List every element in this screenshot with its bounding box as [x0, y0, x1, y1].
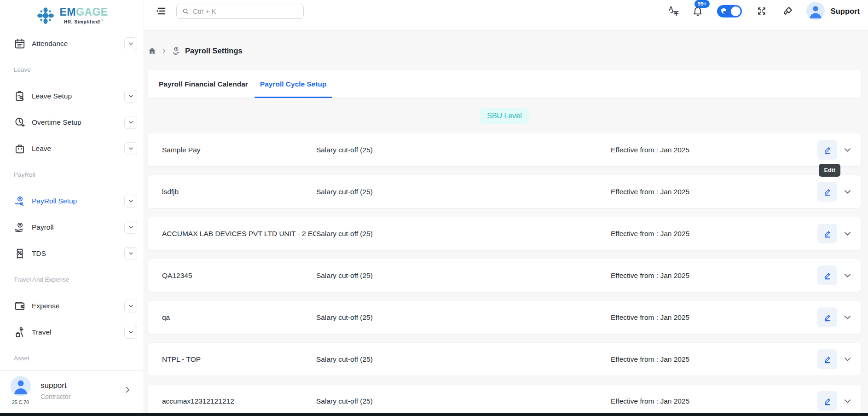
- search-input[interactable]: [193, 7, 285, 15]
- row-salary-cutoff: Salary cut-off (25): [316, 397, 611, 405]
- edit-button[interactable]: [817, 391, 837, 411]
- row-expand-chevron-icon[interactable]: [843, 271, 852, 280]
- travel-person-icon: [14, 326, 26, 338]
- sidebar-item-label: Payroll: [32, 223, 53, 231]
- collapse-sidebar-icon[interactable]: [155, 6, 166, 17]
- row-expand-chevron-icon[interactable]: [843, 313, 852, 322]
- row-name: ACCUMAX LAB DEVICES PVT LTD UNIT - 2 EOU: [162, 230, 316, 238]
- sidebar-item-attendance[interactable]: Attendance: [0, 30, 144, 57]
- tab-payroll-financial-calendar[interactable]: Payroll Financial Calendar: [153, 70, 254, 98]
- sidebar-item-leave-setup[interactable]: Leave Setup: [0, 83, 144, 109]
- sidebar: EMGAGE HR, Simplified!® AttendanceLeaveL…: [0, 0, 144, 416]
- row-actions: [817, 266, 852, 285]
- chevron-right-icon[interactable]: [123, 386, 132, 394]
- chevron-down-icon[interactable]: [124, 116, 137, 129]
- notifications-bell-icon[interactable]: 99+: [692, 6, 703, 17]
- sidebar-item-tds[interactable]: TDS: [0, 240, 144, 266]
- row-effective-from: Effective from : Jan 2025: [611, 355, 817, 364]
- row-salary-cutoff: Salary cut-off (25): [316, 146, 611, 154]
- row-name: Sample Pay: [162, 146, 316, 154]
- sbu-level-badge: SBU Level: [480, 108, 529, 124]
- wallet-icon: [14, 300, 26, 312]
- row-salary-cutoff: Salary cut-off (25): [316, 355, 611, 364]
- footer-user-name: support: [41, 381, 67, 390]
- chevron-down-icon[interactable]: [124, 300, 137, 312]
- horizontal-scrollbar[interactable]: [0, 413, 868, 416]
- sidebar-item-overtime-setup[interactable]: Overtime Setup: [0, 109, 144, 135]
- payroll-icon: [172, 46, 181, 55]
- leave-setup-icon: [14, 90, 26, 102]
- table-row: NTPL - TOPSalary cut-off (25)Effective f…: [148, 343, 861, 376]
- toggle-knob: [731, 6, 741, 16]
- payroll-setup-icon: [14, 195, 26, 207]
- mode-toggle[interactable]: e: [717, 5, 742, 17]
- sidebar-section-travel-and-expense: Travel And Expense: [0, 266, 144, 293]
- search-icon: [182, 8, 189, 15]
- calendar-icon: [14, 38, 26, 50]
- notification-count-badge: 99+: [694, 0, 710, 8]
- registered-mark: ®: [101, 19, 104, 22]
- edit-button[interactable]: [817, 224, 837, 243]
- edit-tooltip: Edit: [819, 164, 840, 177]
- chevron-down-icon[interactable]: [124, 247, 137, 260]
- svg-text:e: e: [724, 11, 725, 14]
- chevron-down-icon[interactable]: [124, 221, 137, 234]
- edit-button[interactable]: [817, 140, 837, 160]
- row-expand-chevron-icon[interactable]: [843, 229, 852, 238]
- row-expand-chevron-icon[interactable]: [843, 187, 852, 196]
- edit-pencil-icon: [823, 355, 832, 364]
- row-expand-chevron-icon[interactable]: [843, 355, 852, 364]
- row-expand-chevron-icon[interactable]: [843, 145, 852, 154]
- language-translate-icon[interactable]: A: [668, 5, 680, 17]
- sidebar-item-expense[interactable]: Expense: [0, 293, 144, 319]
- table-row: Sample PaySalary cut-off (25)Effective f…: [148, 133, 861, 166]
- sidebar-item-payroll-setup[interactable]: PayRoll Setup: [0, 188, 144, 214]
- row-name: accumax12312121212: [162, 397, 316, 405]
- sidebar-item-label: Expense: [32, 302, 59, 310]
- user-avatar[interactable]: [806, 2, 825, 20]
- row-name: qa: [162, 313, 316, 322]
- row-effective-from: Effective from : Jan 2025: [611, 313, 817, 322]
- sidebar-footer[interactable]: 25.C.70 support Contractor: [0, 370, 144, 413]
- sidebar-item-label: Travel: [32, 328, 52, 336]
- chevron-down-icon[interactable]: [124, 90, 137, 103]
- brand-logo-text: EMGAGE HR, Simplified!®: [59, 7, 108, 24]
- edit-button[interactable]: [817, 182, 837, 202]
- row-name: QA12345: [162, 272, 316, 280]
- support-link[interactable]: Support: [831, 7, 860, 16]
- edit-button[interactable]: [817, 307, 837, 327]
- row-actions: [817, 224, 852, 243]
- sidebar-section-leave: Leave: [0, 57, 144, 83]
- chevron-down-icon[interactable]: [124, 37, 137, 50]
- sidebar-item-label: Leave: [32, 144, 51, 153]
- fullscreen-icon[interactable]: [757, 6, 767, 16]
- sidebar-item-travel[interactable]: Travel: [0, 319, 144, 345]
- chevron-down-icon[interactable]: [124, 326, 137, 339]
- edit-pencil-icon: [823, 313, 832, 322]
- payroll-cycle-list: Sample PaySalary cut-off (25)Effective f…: [148, 133, 861, 416]
- briefcase-icon: [14, 143, 26, 155]
- main-content: Payroll Settings Payroll Financial Calen…: [144, 31, 868, 416]
- brand-logo[interactable]: EMGAGE HR, Simplified!®: [0, 0, 144, 29]
- brand-name-secondary: GAGE: [76, 6, 108, 18]
- emgage-logo-icon: [35, 6, 56, 26]
- edit-pencil-icon: [823, 187, 832, 196]
- user-avatar: [11, 376, 31, 396]
- chevron-down-icon[interactable]: [124, 195, 137, 208]
- row-actions: [817, 349, 852, 369]
- theme-paintbrush-icon[interactable]: [782, 6, 793, 17]
- table-row: lsdfjbSalary cut-off (25)Effective from …: [148, 175, 861, 208]
- tab-payroll-cycle-setup[interactable]: Payroll Cycle Setup: [255, 70, 332, 98]
- table-row: ACCUMAX LAB DEVICES PVT LTD UNIT - 2 EOU…: [148, 217, 861, 250]
- sidebar-item-payroll[interactable]: Payroll: [0, 214, 144, 240]
- edit-button[interactable]: [817, 349, 837, 369]
- sidebar-section-asset: Asset: [0, 345, 144, 371]
- chevron-down-icon[interactable]: [124, 142, 137, 155]
- home-icon[interactable]: [148, 46, 156, 55]
- tabs-bar: Payroll Financial Calendar Payroll Cycle…: [148, 70, 861, 98]
- edit-button[interactable]: [817, 266, 837, 285]
- row-expand-chevron-icon[interactable]: [843, 397, 852, 405]
- sidebar-item-leave[interactable]: Leave: [0, 135, 144, 162]
- tds-receipt-icon: [14, 248, 26, 260]
- global-search[interactable]: [176, 4, 304, 19]
